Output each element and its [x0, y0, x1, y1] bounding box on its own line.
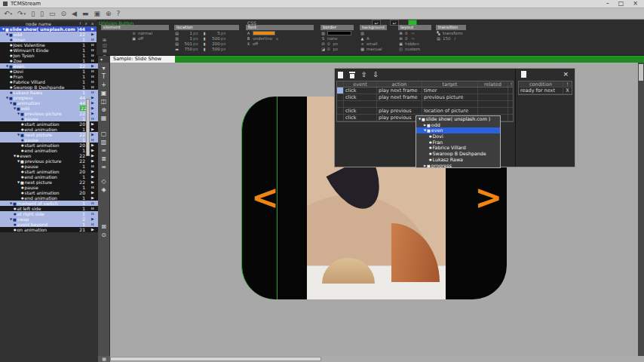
event-cell-event[interactable]: click	[344, 87, 377, 94]
tree-row[interactable]: ●pause1II	[0, 185, 98, 190]
pause-icon[interactable]: II	[89, 201, 97, 206]
collapse-icon[interactable]: ▼	[17, 133, 20, 137]
condition-row[interactable]: ready for nextX	[519, 87, 572, 94]
cursor-menu-icon[interactable]: ▾	[100, 64, 109, 72]
location-value[interactable]: 1	[180, 36, 192, 41]
tree-row[interactable]: ●end animation1▶	[0, 195, 98, 201]
tree-row[interactable]: ●end animation1▶	[0, 148, 98, 153]
event-row-selector[interactable]	[337, 115, 344, 121]
dropdown-caret-icon[interactable]: ▾	[24, 9, 26, 18]
tab-sample-slide-show[interactable]: Sample: Slide Show	[110, 56, 175, 63]
tree-row[interactable]: ▼■previous picture22▶	[0, 158, 98, 164]
tree-row[interactable]: ●pause1II	[0, 116, 98, 121]
horizontal-scrollbar-thumb[interactable]	[110, 357, 321, 361]
play-icon[interactable]: ▶	[89, 63, 97, 69]
event-cell-event[interactable]: click	[344, 108, 377, 114]
tab-caret-icon[interactable]: ▾	[100, 56, 103, 63]
tree-row[interactable]: ●start animation20▶	[0, 143, 98, 148]
collapse-icon[interactable]: ▼	[17, 159, 20, 163]
move-up-icon[interactable]: ⇧	[361, 71, 367, 78]
distribute-tool-icon[interactable]: ≡	[100, 163, 109, 171]
play-icon[interactable]: ▶	[89, 26, 97, 32]
dropdown-item[interactable]: ●Fabrice Villard	[416, 145, 500, 151]
redo-icon[interactable]: ↷▾	[17, 9, 26, 18]
play-icon[interactable]: ▶	[89, 95, 97, 100]
event-cell-related[interactable]	[478, 108, 508, 114]
anchor-tool-icon[interactable]: ◇	[100, 177, 109, 186]
align-tool-icon[interactable]: ≣	[100, 155, 109, 163]
pause-icon[interactable]: II	[89, 42, 97, 48]
expand-icon[interactable]: ▶	[424, 164, 426, 167]
collapse-icon[interactable]: ▼	[6, 32, 8, 36]
dropdown-item[interactable]: ▶■odd	[416, 122, 500, 128]
tree-row[interactable]: ●timer1II	[0, 37, 98, 42]
events-window-close-icon[interactable]: ×	[563, 70, 569, 78]
horizontal-scrollbar[interactable]: ▦	[98, 356, 644, 362]
tree-row[interactable]: ●on animation21▶	[0, 227, 98, 232]
delete-event-icon[interactable]	[349, 72, 355, 78]
event-cell-event[interactable]: click	[344, 94, 377, 100]
export-icon[interactable]: ⊠	[100, 222, 109, 231]
element-row-icon[interactable]: ▣	[131, 36, 136, 41]
previous-slide-arrow[interactable]: <	[251, 175, 279, 220]
location-value[interactable]: 500	[208, 36, 220, 41]
undo-icon[interactable]: ↶▾	[4, 9, 12, 18]
vertical-scrollbar-thumb[interactable]	[639, 64, 643, 81]
play-icon[interactable]: ▶	[89, 169, 97, 174]
play-icon[interactable]: ▶	[89, 132, 97, 137]
dropdown-item[interactable]: ▶■progress	[416, 163, 500, 169]
play-icon[interactable]: ▶	[89, 216, 97, 222]
event-cell-event[interactable]: click	[344, 115, 377, 121]
anchor-target-icon[interactable]: ◈	[100, 186, 109, 194]
image-icon[interactable]: ▣	[94, 9, 101, 18]
play-icon[interactable]: ▶	[89, 190, 97, 195]
tree-row[interactable]: ▼■odd22▶	[0, 32, 98, 37]
property-row-extra[interactable]: ∕	[455, 36, 456, 41]
play-icon[interactable]: ▶	[89, 153, 97, 158]
event-cell-related[interactable]	[478, 101, 508, 107]
new-condition-icon[interactable]	[521, 71, 526, 78]
magnifier-icon[interactable]: ⊙	[100, 231, 109, 239]
select-area-icon[interactable]: ▢	[100, 130, 109, 138]
play-icon[interactable]: ▶	[89, 121, 97, 127]
play-icon[interactable]: ▶	[89, 195, 97, 201]
collapse-icon[interactable]: ▼	[10, 101, 12, 105]
tree-row[interactable]: ●start animation20▶	[0, 169, 98, 174]
pause-icon[interactable]: II	[89, 211, 97, 216]
speaker-icon[interactable]: ◀	[72, 9, 77, 18]
collapse-icon[interactable]: ▼	[10, 217, 12, 221]
tree-row[interactable]: ▼■progress44▶	[0, 95, 98, 100]
location-value[interactable]: 200	[208, 41, 220, 46]
play-icon[interactable]: ▶	[89, 179, 97, 185]
event-row-selector[interactable]	[337, 94, 344, 100]
event-row[interactable]	[337, 101, 513, 108]
minimize-button[interactable]: –	[606, 0, 609, 8]
play-icon[interactable]: ▶	[89, 148, 97, 153]
event-cell-action[interactable]: play next frame	[377, 94, 422, 100]
play-icon[interactable]: ▶	[89, 227, 97, 232]
tree-row[interactable]: ●at left side1II	[0, 206, 98, 211]
table-tool-icon[interactable]: ▦	[100, 114, 109, 122]
dropdown-item[interactable]: ●Fran	[416, 140, 500, 146]
event-cell-flag[interactable]	[508, 101, 514, 107]
button-tool-icon[interactable]: ⊕	[100, 106, 109, 114]
property-row-extra[interactable]: ⇨	[412, 36, 415, 41]
play-icon[interactable]: ▶	[89, 174, 97, 179]
tree-row[interactable]: ▼■next picture22▶	[0, 179, 98, 185]
collapse-icon[interactable]: ▼	[6, 96, 8, 100]
tree-row[interactable]: ●avoid beyond1II	[0, 222, 98, 227]
location-value[interactable]: 5	[208, 31, 220, 35]
tree-row[interactable]: ●Zoe1II	[0, 58, 98, 63]
play-icon[interactable]: ▶	[89, 106, 97, 111]
tree-row[interactable]: ▼■animation44▶	[0, 100, 98, 106]
maximize-button[interactable]: □	[618, 0, 624, 8]
collapse-icon[interactable]: ▼	[17, 180, 20, 184]
dropdown-item[interactable]: ●Dovi	[416, 133, 500, 140]
frame-tool-icon[interactable]: ◫	[100, 97, 109, 106]
pause-icon[interactable]: II	[89, 206, 97, 211]
new-document-icon[interactable]: ▯	[31, 9, 35, 18]
text-tool-icon[interactable]: T	[100, 72, 109, 81]
event-row[interactable]: clickplay previouslocation of picture	[337, 108, 513, 115]
collapse-icon[interactable]: ▼	[10, 201, 12, 205]
tree-scrollbar-thumb[interactable]	[86, 99, 90, 156]
